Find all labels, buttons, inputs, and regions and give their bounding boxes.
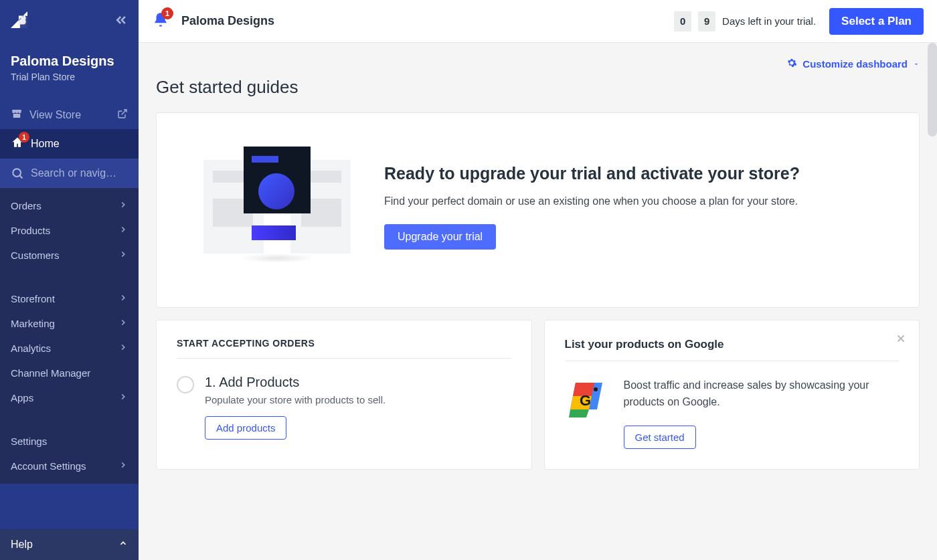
chevron-right-icon xyxy=(118,318,128,329)
trial-days-digit-2: 9 xyxy=(698,11,715,31)
nav-home-label: Home xyxy=(31,138,60,150)
content: Customize dashboard Get started guides xyxy=(139,43,937,560)
step-title: 1. Add Products xyxy=(205,375,386,390)
customize-dashboard-label: Customize dashboard xyxy=(802,58,908,70)
nav-marketing[interactable]: Marketing xyxy=(0,311,139,336)
nav-analytics-label: Analytics xyxy=(11,343,51,354)
store-info: Paloma Designs Trial Plan Store xyxy=(0,43,139,93)
trial-days-text: Days left in your trial. xyxy=(722,15,816,27)
svg-point-7 xyxy=(594,387,598,391)
scrollbar[interactable] xyxy=(928,43,937,136)
nav-apps[interactable]: Apps xyxy=(0,385,139,410)
divider xyxy=(565,361,900,361)
search-icon xyxy=(11,167,24,180)
bigcommerce-logo-icon xyxy=(11,11,28,31)
customize-dashboard-link[interactable]: Customize dashboard xyxy=(786,58,920,70)
main: 1 Paloma Designs 0 9 Days left in your t… xyxy=(139,0,937,560)
nav-settings[interactable]: Settings xyxy=(0,429,139,454)
view-store-link[interactable]: View Store xyxy=(0,101,139,129)
upgrade-illustration xyxy=(203,147,351,267)
chevron-right-icon xyxy=(118,250,128,261)
nav-storefront[interactable]: Storefront xyxy=(0,286,139,311)
nav-analytics[interactable]: Analytics xyxy=(0,336,139,361)
nav-apps-label: Apps xyxy=(11,392,33,403)
divider xyxy=(177,358,511,359)
chevron-right-icon xyxy=(118,343,128,354)
bell-icon xyxy=(152,19,169,31)
svg-point-2 xyxy=(13,169,21,177)
chevron-right-icon xyxy=(118,392,128,403)
nav-customers-label: Customers xyxy=(11,250,60,261)
store-plan-label: Trial Plan Store xyxy=(11,72,128,82)
store-name: Paloma Designs xyxy=(11,54,128,69)
svg-marker-6 xyxy=(569,409,589,417)
nav-section: Orders Products Customers Storefront Mar… xyxy=(0,188,139,484)
page-heading: Get started guides xyxy=(156,77,920,98)
nav-channel-manager[interactable]: Channel Manager xyxy=(0,361,139,385)
chevron-right-icon xyxy=(118,293,128,304)
step-body: Populate your store with products to sel… xyxy=(205,394,386,405)
storefront-icon xyxy=(11,108,23,122)
orders-card-title: START ACCEPTING ORDERS xyxy=(177,338,511,349)
svg-text:G: G xyxy=(580,392,591,409)
select-plan-button[interactable]: Select a Plan xyxy=(829,8,924,35)
nav-orders[interactable]: Orders xyxy=(0,193,139,218)
nav-products[interactable]: Products xyxy=(0,218,139,243)
google-get-started-button[interactable]: Get started xyxy=(624,426,696,449)
gear-icon xyxy=(786,58,797,70)
view-store-label: View Store xyxy=(29,109,81,121)
external-link-icon xyxy=(117,108,128,122)
topbar: 1 Paloma Designs 0 9 Days left in your t… xyxy=(139,0,937,43)
chevron-right-icon xyxy=(118,225,128,236)
chevron-right-icon xyxy=(118,460,128,472)
collapse-sidebar-icon[interactable] xyxy=(114,13,128,29)
step-progress-circle xyxy=(177,376,194,393)
topbar-title: Paloma Designs xyxy=(181,14,274,28)
chevron-up-icon xyxy=(118,539,128,551)
nav-products-label: Products xyxy=(11,225,50,236)
notifications-button[interactable]: 1 xyxy=(152,11,169,31)
upgrade-trial-card: Ready to upgrade your trial and activate… xyxy=(156,112,920,308)
search-input[interactable]: Search or navig… xyxy=(0,159,139,188)
nav-help-label: Help xyxy=(11,539,33,551)
trial-days-digit-1: 0 xyxy=(674,11,691,31)
upgrade-trial-button[interactable]: Upgrade your trial xyxy=(384,224,496,250)
nav-account-settings[interactable]: Account Settings xyxy=(0,454,139,478)
nav-orders-label: Orders xyxy=(11,200,41,211)
google-shopping-icon: G xyxy=(565,377,608,420)
nav-marketing-label: Marketing xyxy=(11,318,55,329)
notifications-badge: 1 xyxy=(161,7,173,19)
nav-settings-label: Settings xyxy=(11,436,47,447)
home-badge: 1 xyxy=(19,132,29,143)
nav-channel-manager-label: Channel Manager xyxy=(11,367,90,379)
nav-storefront-label: Storefront xyxy=(11,293,55,304)
nav-account-settings-label: Account Settings xyxy=(11,460,86,472)
google-card-title: List your products on Google xyxy=(565,338,900,351)
nav-customers[interactable]: Customers xyxy=(0,243,139,268)
start-accepting-orders-card: START ACCEPTING ORDERS 1. Add Products P… xyxy=(156,320,532,470)
google-card-body: Boost traffic and increase sales by show… xyxy=(624,377,900,411)
google-listing-card: List your products on Google G Boost tra… xyxy=(544,320,920,470)
caret-down-icon xyxy=(913,58,920,70)
nav-help[interactable]: Help xyxy=(0,529,139,560)
sidebar-top xyxy=(0,0,139,43)
close-icon[interactable] xyxy=(895,333,907,345)
upgrade-body: Find your perfect domain or use an exist… xyxy=(384,193,800,210)
search-placeholder: Search or navig… xyxy=(31,167,116,179)
sidebar: Paloma Designs Trial Plan Store View Sto… xyxy=(0,0,139,560)
upgrade-title: Ready to upgrade your trial and activate… xyxy=(384,164,800,183)
chevron-right-icon xyxy=(118,200,128,211)
nav-home[interactable]: 1 Home xyxy=(0,129,139,159)
add-products-button[interactable]: Add products xyxy=(205,416,286,440)
